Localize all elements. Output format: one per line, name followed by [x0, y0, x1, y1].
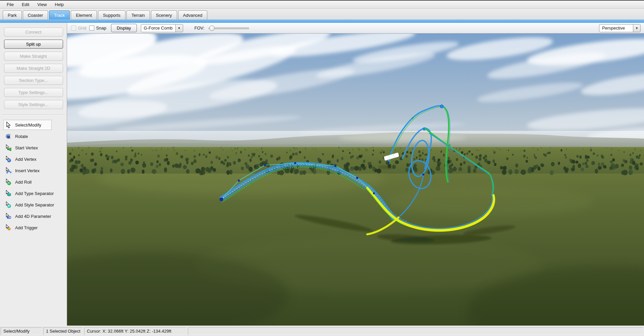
camera-mode-combo[interactable]: Perspective ▼: [599, 24, 641, 32]
add-trigger-icon: [5, 224, 12, 231]
menu-bar: FileEditViewHelp: [0, 1, 644, 9]
start-vertex-icon: [5, 144, 12, 151]
split-up-button[interactable]: Split up: [4, 40, 63, 49]
add-type-separator-icon: [5, 190, 12, 197]
chevron-down-icon[interactable]: ▼: [175, 25, 183, 32]
status-mode: Select/Modify: [1, 327, 42, 335]
tool-label: Add Style Separator: [15, 202, 54, 207]
tool-add-4d-parameter[interactable]: 4DAdd 4D Parameter: [3, 211, 52, 221]
tool-insert-vertex[interactable]: Insert Vertex: [3, 165, 52, 176]
type-settings-button: Type Settings...: [4, 88, 63, 97]
tool-add-style-separator[interactable]: Add Style Separator: [3, 200, 52, 210]
tab-scenery[interactable]: Scenery: [151, 10, 177, 19]
application-window: FileEditViewHelp ParkCoasterTrackElement…: [0, 0, 644, 336]
make-straight-2d-button: Make Straight 2D: [4, 64, 63, 73]
snap-checkbox[interactable]: Snap: [89, 26, 106, 31]
rotate-icon: [5, 133, 12, 140]
status-selection: 1 Selected Object: [43, 327, 83, 335]
menu-edit[interactable]: Edit: [18, 1, 33, 8]
tool-select-modify[interactable]: Select/Modify: [3, 120, 52, 130]
viewport-toolbar: Grid Snap Display G-Force Comb ▼ FOV: P: [67, 23, 644, 34]
status-cursor-coordinates: Cursor: X: 32.066ft Y: 25.042ft Z: -134.…: [84, 327, 187, 335]
make-straight-button: Make Straight: [4, 52, 63, 61]
tab-supports[interactable]: Supports: [98, 10, 125, 19]
snap-checkbox-box[interactable]: [89, 26, 94, 31]
grid-checkbox-label: Grid: [78, 26, 87, 31]
add-4d-parameter-icon: 4D: [5, 213, 12, 220]
tool-list: Select/ModifyRotateStart VertexAdd Verte…: [0, 120, 67, 233]
status-spacer: [188, 327, 643, 335]
fov-label: FOV:: [195, 26, 205, 31]
add-style-separator-icon: [5, 201, 12, 208]
tab-track[interactable]: Track: [49, 10, 70, 19]
connect-button: Connect: [4, 28, 63, 37]
chevron-down-icon[interactable]: ▼: [633, 25, 640, 32]
section-type-button: Section Type...: [4, 76, 63, 85]
add-vertex-icon: [5, 156, 12, 162]
insert-vertex-icon: [5, 167, 12, 174]
grid-checkbox-box: [71, 26, 76, 31]
display-mode-value: G-Force Comb: [141, 26, 175, 31]
tab-advanced[interactable]: Advanced: [178, 10, 208, 19]
display-mode-combo[interactable]: G-Force Comb ▼: [141, 24, 183, 32]
tool-add-trigger[interactable]: Add Trigger: [3, 223, 52, 233]
tool-label: Start Vertex: [15, 145, 38, 150]
tab-coaster[interactable]: Coaster: [23, 10, 48, 19]
tool-start-vertex[interactable]: Start Vertex: [3, 143, 52, 153]
tab-accent-strip: [0, 19, 644, 23]
3d-viewport[interactable]: [67, 34, 644, 326]
fov-slider-handle[interactable]: [209, 26, 215, 31]
sidebar-separator: [1, 114, 65, 115]
tab-terrain[interactable]: Terrain: [126, 10, 150, 19]
tool-add-type-separator[interactable]: Add Type Separator: [3, 188, 52, 198]
tool-label: Add Trigger: [15, 225, 38, 230]
status-bar: Select/Modify 1 Selected Object Cursor: …: [0, 326, 644, 336]
tool-label: Add Vertex: [15, 157, 37, 162]
tool-add-roll[interactable]: Add Roll: [3, 177, 52, 187]
display-button[interactable]: Display: [111, 24, 137, 32]
tool-label: Add Roll: [15, 180, 32, 185]
camera-mode-value: Perspective: [599, 26, 628, 31]
tool-label: Add 4D Parameter: [15, 214, 51, 219]
tool-label: Add Type Separator: [15, 191, 54, 196]
tool-add-vertex[interactable]: Add Vertex: [3, 154, 52, 164]
tab-park[interactable]: Park: [3, 10, 22, 19]
add-roll-icon: [5, 179, 12, 185]
menu-help[interactable]: Help: [51, 1, 68, 8]
tab-element[interactable]: Element: [71, 10, 97, 19]
menu-view[interactable]: View: [33, 1, 51, 8]
track-sidebar: ConnectSplit upMake StraightMake Straigh…: [0, 23, 67, 326]
tool-label: Insert Vertex: [15, 168, 40, 173]
menu-file[interactable]: File: [3, 1, 18, 8]
select-cursor-icon: [5, 122, 12, 128]
fov-slider[interactable]: [208, 25, 249, 31]
tool-label: Select/Modify: [15, 123, 41, 128]
3d-scene: [67, 34, 644, 326]
tool-rotate[interactable]: Rotate: [3, 131, 52, 141]
snap-checkbox-label: Snap: [96, 26, 106, 31]
style-settings-button: Style Settings...: [4, 100, 63, 109]
tool-label: Rotate: [15, 134, 28, 139]
grid-checkbox: Grid: [71, 26, 87, 31]
svg-text:4D: 4D: [6, 215, 11, 220]
tab-bar: ParkCoasterTrackElementSupportsTerrainSc…: [0, 9, 644, 19]
